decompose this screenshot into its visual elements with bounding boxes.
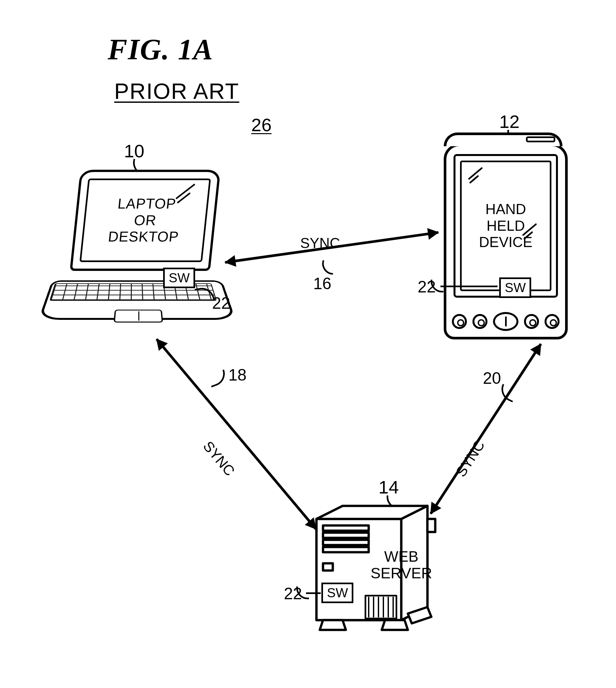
pda-button-icon (452, 314, 467, 329)
ref-sw-22-server: 22 (284, 584, 302, 603)
leader-line (321, 260, 335, 275)
leader-line (306, 593, 321, 594)
server-label-line1: WEB (384, 548, 419, 565)
leader-line (207, 369, 228, 387)
laptop-label-line1: LAPTOP (117, 195, 177, 212)
ref-handheld-12: 12 (499, 111, 520, 132)
pda-button-icon (545, 314, 559, 329)
laptop-screen: LAPTOP OR DESKTOP (80, 178, 211, 262)
screen-glare-icon (466, 168, 489, 185)
laptop-label-line2: OR (133, 212, 157, 229)
svg-rect-8 (323, 563, 333, 571)
ref-laptop-10: 10 (124, 140, 144, 162)
ref-link-16: 16 (313, 274, 331, 293)
pda-bezel: HAND HELD DEVICE (454, 154, 558, 298)
pda-screen: HAND HELD DEVICE (460, 160, 551, 291)
handheld-node: HAND HELD DEVICE (444, 144, 568, 340)
sw-box-laptop: SW (163, 267, 195, 288)
ref-system-26: 26 (251, 114, 271, 135)
ref-link-20: 20 (483, 369, 501, 388)
server-label-line2: SERVER (371, 565, 432, 582)
handheld-label-line1: HAND (485, 201, 526, 218)
svg-rect-4 (323, 525, 369, 531)
leader-line (440, 285, 498, 287)
laptop-lid: LAPTOP OR DESKTOP (70, 170, 221, 271)
svg-rect-6 (323, 540, 369, 545)
pda-slot-icon (526, 136, 555, 142)
figure-subtitle: PRIOR ART (114, 78, 239, 104)
sync-label-18: SYNC (200, 438, 238, 479)
screen-glare-icon (521, 224, 543, 240)
svg-rect-5 (323, 533, 369, 538)
laptop-node: LAPTOP OR DESKTOP (39, 170, 235, 333)
sw-box-server: SW (322, 583, 353, 603)
pda-button-icon (472, 314, 487, 329)
sync-label-16: SYNC (300, 235, 340, 251)
pda-button-row (446, 312, 565, 331)
figure-1a: FIG. 1A PRIOR ART 26 10 LAPTOP OR DESKTO… (0, 0, 616, 688)
trackpad-icon (113, 310, 163, 323)
screen-glare-icon (172, 184, 204, 207)
sync-label-20: SYNC (453, 437, 488, 480)
svg-rect-19 (427, 519, 435, 532)
ref-sw-22-handheld: 22 (418, 277, 436, 296)
figure-title: FIG. 1A (108, 33, 213, 66)
ref-server-14: 14 (378, 476, 399, 498)
pda-dpad-icon (493, 312, 519, 331)
handheld-label-line2: HELD (486, 218, 525, 234)
pda-button-icon (524, 314, 539, 329)
svg-rect-7 (323, 547, 369, 552)
ref-sw-22-laptop: 22 (212, 294, 230, 313)
ref-link-18: 18 (228, 366, 247, 385)
laptop-label-line3: DESKTOP (107, 229, 180, 245)
server-label: WEB SERVER (369, 548, 434, 581)
svg-marker-17 (382, 620, 408, 630)
svg-marker-16 (320, 620, 346, 630)
sw-box-handheld: SW (499, 277, 531, 298)
